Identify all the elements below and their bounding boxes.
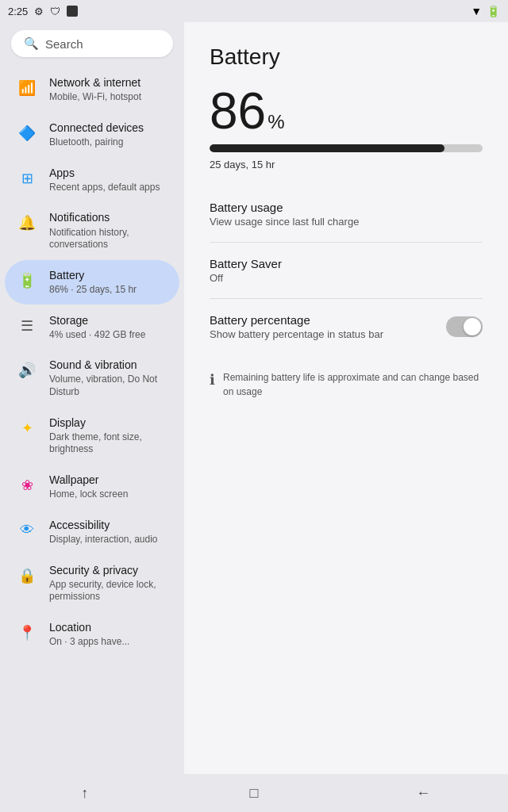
- square-icon: [67, 6, 78, 17]
- sidebar-item-subtitle-apps: Recent apps, default apps: [49, 182, 160, 194]
- battery-percentage-item[interactable]: Battery percentage Show battery percenta…: [210, 302, 483, 351]
- battery-percentage-left: Battery percentage Show battery percenta…: [210, 313, 383, 340]
- battery-usage-subtitle: View usage since last full charge: [210, 216, 483, 228]
- sidebar-item-title-connected: Connected devices: [49, 121, 144, 135]
- battery-bar-fill: [210, 144, 444, 152]
- battery-status-icon: 🔋: [487, 5, 500, 17]
- sidebar-item-security[interactable]: 🔒Security & privacyApp security, device …: [5, 555, 179, 611]
- search-icon: 🔍: [24, 36, 39, 51]
- bluetooth-icon: 🔷: [16, 122, 38, 144]
- sidebar-item-text-wallpaper: WallpaperHome, lock screen: [49, 473, 128, 501]
- sidebar-item-wallpaper[interactable]: ❀WallpaperHome, lock screen: [5, 465, 179, 509]
- sidebar-item-title-notifications: Notifications: [49, 210, 168, 224]
- status-time: 2:25: [8, 6, 28, 17]
- main-layout: 🔍 Search 📶Network & internetMobile, Wi-F…: [0, 22, 508, 774]
- sidebar-item-apps[interactable]: ⊞AppsRecent apps, default apps: [5, 158, 179, 202]
- content-area: Battery 86 % 25 days, 15 hr Battery usag…: [184, 22, 508, 774]
- shield-icon: 🛡: [50, 6, 60, 17]
- divider-2: [210, 298, 483, 299]
- sidebar-item-text-display: DisplayDark theme, font size, brightness: [49, 416, 168, 456]
- info-row: ℹ Remaining battery life is approximate …: [210, 364, 483, 399]
- info-icon: ℹ: [210, 371, 215, 389]
- sidebar-item-subtitle-notifications: Notification history, conversations: [49, 227, 168, 251]
- sidebar-item-title-sound: Sound & vibration: [49, 358, 168, 372]
- storage-icon: ☰: [16, 315, 38, 337]
- sidebar-item-connected[interactable]: 🔷Connected devicesBluetooth, pairing: [5, 113, 179, 157]
- sidebar-item-accessibility[interactable]: 👁AccessibilityDisplay, interaction, audi…: [5, 510, 179, 554]
- sidebar-item-subtitle-battery: 86% · 25 days, 15 hr: [49, 284, 137, 297]
- battery-saver-subtitle: Off: [210, 272, 483, 284]
- search-bar[interactable]: 🔍 Search: [11, 30, 173, 57]
- sidebar-item-text-connected: Connected devicesBluetooth, pairing: [49, 121, 144, 149]
- home-button[interactable]: □: [240, 779, 268, 807]
- bottom-nav: ↑ □ ←: [0, 774, 508, 812]
- location-icon: 📍: [16, 622, 38, 644]
- wifi-icon: 📶: [16, 77, 38, 99]
- sidebar-item-display[interactable]: ✦DisplayDark theme, font size, brightnes…: [5, 408, 179, 464]
- battery-usage-title: Battery usage: [210, 201, 483, 214]
- sidebar-item-subtitle-accessibility: Display, interaction, audio: [49, 534, 158, 546]
- info-text: Remaining battery life is approximate an…: [223, 370, 483, 399]
- sidebar-item-storage[interactable]: ☰Storage4% used · 492 GB free: [5, 305, 179, 350]
- wifi-status-icon: ▼: [471, 5, 482, 17]
- battery-icon: 🔋: [16, 270, 38, 292]
- sidebar-item-subtitle-storage: 4% used · 492 GB free: [49, 329, 145, 342]
- sidebar-item-subtitle-network: Mobile, Wi-Fi, hotspot: [49, 91, 141, 104]
- recent-apps-button[interactable]: ↑: [71, 779, 99, 807]
- sidebar-item-title-network: Network & internet: [49, 75, 141, 90]
- battery-percentage-subtitle: Show battery percentage in status bar: [210, 328, 383, 340]
- back-button[interactable]: ←: [409, 779, 437, 807]
- sidebar-item-text-storage: Storage4% used · 492 GB free: [49, 313, 145, 342]
- accessibility-icon: 👁: [16, 519, 38, 542]
- sidebar-item-text-battery: Battery86% · 25 days, 15 hr: [49, 268, 137, 297]
- sidebar-item-title-wallpaper: Wallpaper: [49, 473, 128, 487]
- sidebar-item-notifications[interactable]: 🔔NotificationsNotification history, conv…: [5, 202, 179, 259]
- page-title: Battery: [210, 44, 483, 70]
- sidebar-item-subtitle-wallpaper: Home, lock screen: [49, 488, 128, 501]
- sidebar-item-text-notifications: NotificationsNotification history, conve…: [49, 210, 168, 251]
- sidebar-item-text-apps: AppsRecent apps, default apps: [49, 166, 160, 194]
- battery-percentage-toggle[interactable]: [446, 316, 483, 337]
- sidebar-item-text-sound: Sound & vibrationVolume, vibration, Do N…: [49, 358, 168, 398]
- sidebar-item-title-apps: Apps: [49, 166, 160, 180]
- sidebar-item-text-location: LocationOn · 3 apps have...: [49, 620, 129, 649]
- battery-saver-title: Battery Saver: [210, 257, 483, 270]
- sidebar-item-subtitle-connected: Bluetooth, pairing: [49, 136, 144, 149]
- gear-icon: ⚙: [34, 6, 44, 17]
- sidebar-item-location[interactable]: 📍LocationOn · 3 apps have...: [5, 612, 179, 657]
- sidebar-item-sound[interactable]: 🔊Sound & vibrationVolume, vibration, Do …: [5, 350, 179, 406]
- battery-usage-item[interactable]: Battery usage View usage since last full…: [210, 190, 483, 239]
- search-label: Search: [45, 37, 83, 51]
- battery-percent-number: 86: [210, 86, 266, 136]
- status-bar-left: 2:25 ⚙ 🛡: [8, 6, 78, 17]
- sidebar-item-battery[interactable]: 🔋Battery86% · 25 days, 15 hr: [5, 260, 179, 304]
- sidebar-item-title-battery: Battery: [49, 268, 137, 282]
- search-bar-wrap[interactable]: 🔍 Search: [0, 22, 184, 67]
- divider-1: [210, 242, 483, 243]
- battery-saver-item[interactable]: Battery Saver Off: [210, 246, 483, 295]
- battery-percent-row: 86 %: [210, 86, 483, 136]
- toggle-knob: [464, 318, 481, 335]
- wallpaper-icon: ❀: [16, 474, 38, 496]
- battery-percent-symbol: %: [267, 111, 284, 133]
- sidebar-item-title-accessibility: Accessibility: [49, 518, 158, 532]
- security-icon: 🔒: [16, 565, 38, 587]
- status-bar: 2:25 ⚙ 🛡 ▼ 🔋: [0, 0, 508, 22]
- sidebar-item-title-location: Location: [49, 620, 129, 634]
- apps-icon: ⊞: [16, 167, 38, 190]
- sidebar-item-text-accessibility: AccessibilityDisplay, interaction, audio: [49, 518, 158, 546]
- sidebar-item-text-security: Security & privacyApp security, device l…: [49, 563, 168, 603]
- sidebar-item-title-storage: Storage: [49, 313, 145, 327]
- sidebar-item-subtitle-display: Dark theme, font size, brightness: [49, 431, 168, 456]
- sidebar-item-network[interactable]: 📶Network & internetMobile, Wi-Fi, hotspo…: [5, 67, 179, 112]
- battery-percentage-title: Battery percentage: [210, 313, 383, 327]
- battery-time: 25 days, 15 hr: [210, 159, 483, 170]
- display-icon: ✦: [16, 417, 38, 439]
- sidebar-item-subtitle-location: On · 3 apps have...: [49, 636, 129, 649]
- notifications-icon: 🔔: [16, 212, 38, 234]
- sidebar: 🔍 Search 📶Network & internetMobile, Wi-F…: [0, 22, 184, 774]
- sidebar-item-title-security: Security & privacy: [49, 563, 168, 577]
- sidebar-item-subtitle-security: App security, device lock, permissions: [49, 579, 168, 603]
- battery-bar: [210, 144, 483, 152]
- sidebar-item-subtitle-sound: Volume, vibration, Do Not Disturb: [49, 373, 168, 398]
